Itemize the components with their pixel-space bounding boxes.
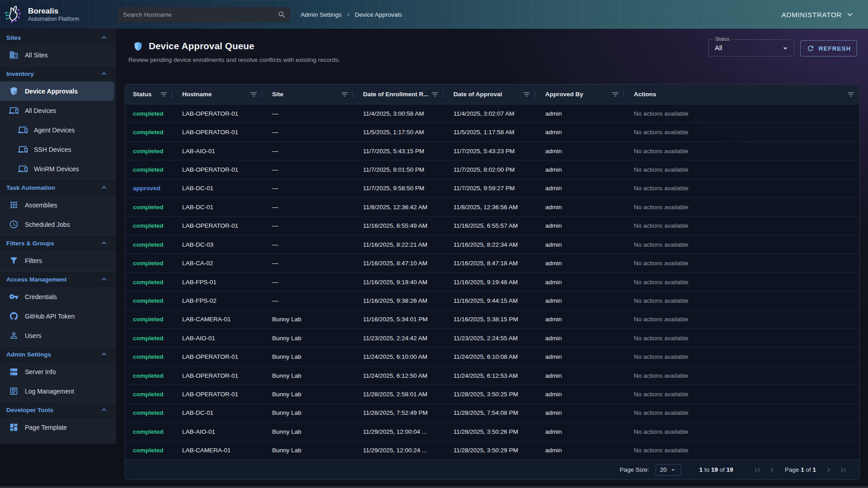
sidebar-section-inventory: InventoryDevice ApprovalsAll DevicesAgen… <box>0 66 116 180</box>
site-cell: Bunny Lab <box>262 353 353 360</box>
actions-cell: No actions available <box>624 409 859 416</box>
breadcrumb-device-approvals[interactable]: Device Approvals <box>355 11 402 18</box>
sidebar-item-log-management[interactable]: Log Management <box>0 381 116 401</box>
status-filter-select[interactable]: Status All <box>708 39 794 56</box>
actions-cell: No actions available <box>624 260 859 267</box>
column-header-site[interactable]: Site <box>262 84 353 104</box>
approval-date-cell: 11/16/2025, 9:44:15 AM <box>443 297 535 304</box>
sidebar-item-filters[interactable]: Filters <box>0 251 116 270</box>
previous-page-icon[interactable] <box>766 464 778 476</box>
approved-by-cell: admin <box>535 316 624 323</box>
status-cell: completed <box>125 241 172 248</box>
search-input[interactable] <box>118 7 290 22</box>
table-row[interactable]: completedLAB-CAMERA-01Bunny Lab11/16/202… <box>125 310 859 329</box>
sidebar-item-label: All Sites <box>25 52 48 59</box>
column-header-date-of-approval[interactable]: Date of Approval <box>443 84 535 104</box>
filter-icon[interactable] <box>431 90 439 99</box>
first-page-icon[interactable] <box>751 464 764 476</box>
hostname-cell: LAB-OPERATOR-01 <box>172 391 262 398</box>
table-row[interactable]: completedLAB-CA-02—11/16/2025, 8:47:10 A… <box>125 254 859 272</box>
sidebar-item-winrm-devices[interactable]: WinRM Devices <box>0 159 116 178</box>
table-row[interactable]: completedLAB-AIO-01Bunny Lab11/23/2025, … <box>125 329 859 347</box>
filter-icon[interactable] <box>340 90 349 99</box>
column-header-hostname[interactable]: Hostname <box>172 84 262 104</box>
hostname-cell: LAB-CAMERA-01 <box>172 316 262 323</box>
column-header-status[interactable]: Status <box>125 84 172 104</box>
sidebar-item-all-sites[interactable]: All Sites <box>0 45 116 65</box>
sidebar-item-label: Assemblies <box>25 202 57 209</box>
filter-icon[interactable] <box>847 90 855 99</box>
sidebar-section-header-admin-settings[interactable]: Admin Settings <box>0 347 116 362</box>
user-menu[interactable]: ADMINISTRATOR <box>782 0 854 29</box>
table-row[interactable]: completedLAB-AIO-01Bunny Lab11/29/2025, … <box>125 422 859 441</box>
funnel-icon <box>9 256 19 265</box>
next-page-icon[interactable] <box>822 464 835 476</box>
last-page-icon[interactable] <box>837 464 849 476</box>
row-range-text: 1 to 19 of 19 <box>699 466 733 473</box>
table-row[interactable]: completedLAB-AIO-01—11/7/2025, 5:43:15 P… <box>125 142 859 160</box>
sidebar-section-header-filters-groups[interactable]: Filters & Groups <box>0 235 116 251</box>
filter-icon[interactable] <box>523 90 531 99</box>
sidebar-item-credentials[interactable]: Credentials <box>0 287 116 306</box>
table-row[interactable]: completedLAB-OPERATOR-01Bunny Lab11/28/2… <box>125 385 859 404</box>
table-row[interactable]: completedLAB-DC-03—11/16/2025, 8:22:21 A… <box>125 235 859 254</box>
hostname-cell: LAB-DC-03 <box>172 241 262 248</box>
approved-by-cell: admin <box>535 372 624 379</box>
sidebar-item-assemblies[interactable]: Assemblies <box>0 195 116 215</box>
approval-date-cell: 11/7/2025, 9:59:27 PM <box>443 185 535 192</box>
sidebar-item-scheduled-jobs[interactable]: Scheduled Jobs <box>0 215 116 234</box>
sidebar-item-users[interactable]: Users <box>0 326 116 345</box>
status-cell: completed <box>125 447 172 454</box>
table-row[interactable]: completedLAB-OPERATOR-01—11/4/2025, 3:00… <box>125 104 859 123</box>
enrollment-date-cell: 11/24/2025, 6:10:00 AM <box>353 353 443 360</box>
sidebar-item-server-info[interactable]: Server Info <box>0 362 116 381</box>
page-size-select[interactable]: 20 <box>656 464 681 476</box>
site-cell: — <box>262 185 353 192</box>
filter-icon[interactable] <box>611 90 619 99</box>
table-row[interactable]: completedLAB-OPERATOR-01—11/7/2025, 8:01… <box>125 160 859 179</box>
table-row[interactable]: completedLAB-FPS-02—11/16/2025, 9:38:26 … <box>125 291 859 310</box>
hostname-cell: LAB-FPS-02 <box>172 297 262 304</box>
hostname-cell: LAB-DC-01 <box>172 409 262 416</box>
sidebar-item-ssh-devices[interactable]: SSH Devices <box>0 140 116 159</box>
table-row[interactable]: completedLAB-OPERATOR-01—11/5/2025, 1:17… <box>125 123 859 141</box>
column-header-approved-by[interactable]: Approved By <box>535 84 624 104</box>
table-row[interactable]: completedLAB-CAMERA-01Bunny Lab11/29/202… <box>125 441 859 460</box>
column-header-date-of-enrollment-r[interactable]: Date of Enrollment R... <box>353 84 443 104</box>
sidebar-section-header-sites[interactable]: Sites <box>0 30 116 45</box>
sidebar-item-label: Filters <box>25 257 42 264</box>
site-cell: Bunny Lab <box>262 447 353 454</box>
sidebar-item-device-approvals[interactable]: Device Approvals <box>0 81 114 101</box>
actions-cell: No actions available <box>624 241 859 248</box>
sidebar-section-header-access-management[interactable]: Access Management <box>0 272 116 287</box>
sidebar-item-github-api-token[interactable]: GitHub API Token <box>0 306 116 326</box>
sidebar-section-header-inventory[interactable]: Inventory <box>0 66 116 81</box>
table-row[interactable]: approvedLAB-DC-01—11/7/2025, 9:58:50 PM1… <box>125 179 859 198</box>
site-cell: Bunny Lab <box>262 409 353 416</box>
filter-icon[interactable] <box>250 90 258 99</box>
breadcrumb-admin-settings[interactable]: Admin Settings <box>301 11 342 18</box>
sidebar-item-page-template[interactable]: Page Template <box>0 418 116 437</box>
sidebar-section-header-developer-tools[interactable]: Developer Tools <box>0 402 116 418</box>
status-cell: completed <box>125 297 172 304</box>
table-row[interactable]: completedLAB-OPERATOR-01Bunny Lab11/24/2… <box>125 366 859 385</box>
column-header-actions[interactable]: Actions <box>624 84 859 104</box>
devices-icon <box>18 164 28 174</box>
sidebar-item-agent-devices[interactable]: Agent Devices <box>0 120 116 140</box>
chevron-up-icon <box>100 239 108 247</box>
sidebar-item-label: Server Info <box>25 368 56 375</box>
table-row[interactable]: completedLAB-DC-01—11/8/2025, 12:36:42 A… <box>125 198 859 216</box>
actions-cell: No actions available <box>624 222 859 229</box>
actions-cell: No actions available <box>624 185 859 192</box>
site-cell: — <box>262 129 353 136</box>
table-row[interactable]: completedLAB-DC-01Bunny Lab11/28/2025, 7… <box>125 404 859 422</box>
sidebar-section-header-task-automation[interactable]: Task Automation <box>0 180 116 195</box>
table-row[interactable]: completedLAB-OPERATOR-01Bunny Lab11/24/2… <box>125 347 859 366</box>
filter-icon[interactable] <box>160 90 168 99</box>
hostname-cell: LAB-OPERATOR-01 <box>172 110 262 117</box>
table-row[interactable]: completedLAB-OPERATOR-01—11/16/2025, 6:5… <box>125 217 859 235</box>
refresh-button[interactable]: REFRESH <box>800 40 857 56</box>
table-row[interactable]: completedLAB-FPS-01—11/16/2025, 9:19:40 … <box>125 273 859 291</box>
column-label: Status <box>133 91 158 98</box>
sidebar-item-all-devices[interactable]: All Devices <box>0 101 116 120</box>
